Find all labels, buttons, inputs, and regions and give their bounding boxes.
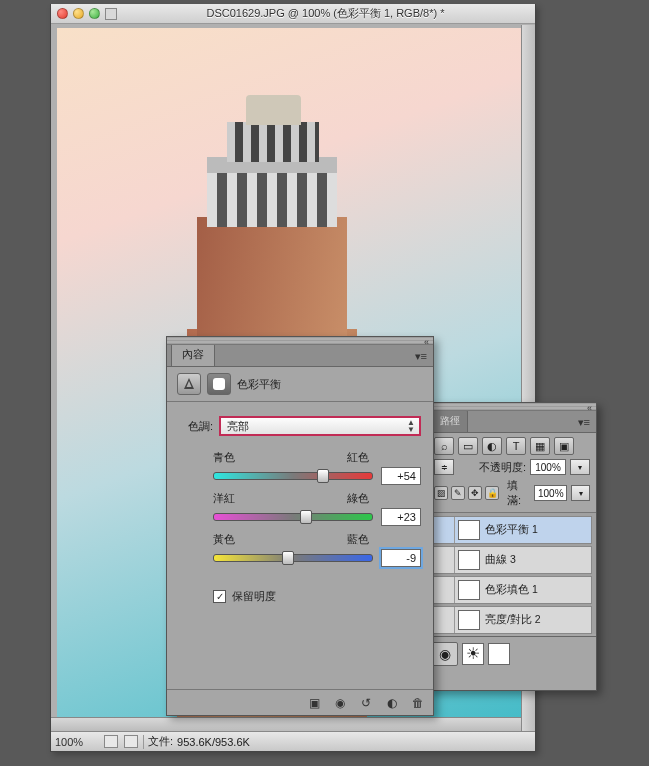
fill-input[interactable]: 100% xyxy=(534,485,567,501)
filter-smart-icon[interactable]: ▣ xyxy=(554,437,574,455)
chevron-updown-icon: ▲▼ xyxy=(407,419,415,433)
layers-tabs: 路徑 ▾≡ xyxy=(428,411,596,433)
slider-value-input[interactable]: +54 xyxy=(381,467,421,485)
lock-transparency-icon[interactable]: ▨ xyxy=(434,486,448,500)
slider-left-label: 洋紅 xyxy=(213,491,235,506)
visibility-toggle[interactable] xyxy=(433,547,455,573)
fill-flyout[interactable]: ▾ xyxy=(571,485,590,501)
layer-thumb[interactable] xyxy=(458,610,480,630)
panel-grip[interactable]: « xyxy=(428,403,596,411)
status-icon-2[interactable] xyxy=(124,735,138,748)
yellow-blue-slider[interactable] xyxy=(213,554,373,562)
view-previous-icon[interactable]: ◉ xyxy=(331,695,349,711)
layer-name[interactable]: 曲線 3 xyxy=(483,553,516,567)
lock-all-icon[interactable]: 🔒 xyxy=(485,486,499,500)
slider-value-input[interactable]: +23 xyxy=(381,508,421,526)
document-title: DSC01629.JPG @ 100% (色彩平衡 1, RGB/8*) * xyxy=(122,6,529,21)
panel-menu-icon[interactable]: ▾≡ xyxy=(572,413,596,432)
mask-icon[interactable] xyxy=(207,373,231,395)
layer-row[interactable]: 亮度/對比 2 xyxy=(432,606,592,634)
zoom-level[interactable]: 100% xyxy=(55,736,99,748)
filter-pixel-icon[interactable]: ▭ xyxy=(458,437,478,455)
clip-to-layer-icon[interactable]: ▣ xyxy=(305,695,323,711)
layer-name[interactable]: 亮度/對比 2 xyxy=(483,613,541,627)
cyan-red-slider[interactable] xyxy=(213,472,373,480)
slider-left-label: 青色 xyxy=(213,450,235,465)
properties-footer: ▣ ◉ ↺ ◐ 🗑 xyxy=(167,689,433,715)
document-proxy-icon[interactable] xyxy=(105,8,117,20)
layer-name[interactable]: 色彩平衡 1 xyxy=(483,523,538,537)
magenta-green-slider[interactable] xyxy=(213,513,373,521)
layer-thumb[interactable] xyxy=(458,580,480,600)
status-icon-1[interactable] xyxy=(104,735,118,748)
window-traffic-lights xyxy=(57,8,100,19)
layer-row[interactable]: 曲線 3 xyxy=(432,546,592,574)
filter-type-icon[interactable]: T xyxy=(506,437,526,455)
adjustment-bar: ◉ ☀ xyxy=(428,636,596,670)
slider-right-label: 紅色 xyxy=(347,450,369,465)
document-titlebar[interactable]: DSC01629.JPG @ 100% (色彩平衡 1, RGB/8*) * xyxy=(51,4,535,24)
tab-paths[interactable]: 路徑 xyxy=(432,409,468,432)
lock-pixels-icon[interactable]: ✎ xyxy=(451,486,465,500)
opacity-label: 不透明度: xyxy=(479,460,526,475)
filter-adjust-icon[interactable]: ◐ xyxy=(482,437,502,455)
slider-value-input[interactable]: -9 xyxy=(381,549,421,567)
tab-properties[interactable]: 內容 xyxy=(171,342,215,366)
status-file-label: 文件: xyxy=(148,734,173,749)
lock-icons: ▨ ✎ ✥ 🔒 xyxy=(434,486,499,500)
visibility-toggle[interactable] xyxy=(433,607,455,633)
filter-kind-icon[interactable]: ⌕ xyxy=(434,437,454,455)
delete-icon[interactable]: 🗑 xyxy=(409,695,427,711)
toggle-visibility-icon[interactable]: ◐ xyxy=(383,695,401,711)
layer-row[interactable]: 色彩填色 1 xyxy=(432,576,592,604)
close-icon[interactable] xyxy=(57,8,68,19)
slider-thumb[interactable] xyxy=(317,469,329,483)
layers-panel: « 路徑 ▾≡ ⌕ ▭ ◐ T ▦ ▣ ≑ 不透明度: 100% ▾ 鎖: ▨ … xyxy=(427,402,597,691)
minimize-icon[interactable] xyxy=(73,8,84,19)
slider-thumb[interactable] xyxy=(300,510,312,524)
layers-list: 色彩平衡 1 曲線 3 色彩填色 1 亮度/對比 2 xyxy=(428,513,596,634)
slider-right-label: 藍色 xyxy=(347,532,369,547)
adjustment-icon[interactable]: ☀ xyxy=(462,643,484,665)
tone-label: 色調: xyxy=(179,419,213,434)
horizontal-scrollbar[interactable] xyxy=(51,717,521,731)
visibility-toggle[interactable] xyxy=(433,577,455,603)
fill-label: 填滿: xyxy=(507,478,530,508)
preserve-luminosity-label: 保留明度 xyxy=(232,589,276,604)
layer-filter-row: ⌕ ▭ ◐ T ▦ ▣ xyxy=(434,437,590,455)
status-file-size: 953.6K/953.6K xyxy=(177,736,250,748)
blend-mode-dropdown[interactable]: ≑ xyxy=(434,459,454,475)
document-statusbar: 100% 文件: 953.6K/953.6K xyxy=(51,731,535,751)
layer-visibility-icon[interactable]: ◉ xyxy=(432,642,458,666)
properties-title: 色彩平衡 xyxy=(237,377,281,392)
layer-thumb[interactable] xyxy=(458,520,480,540)
panel-grip[interactable]: « xyxy=(167,337,433,345)
visibility-toggle[interactable] xyxy=(433,517,455,543)
slider-left-label: 黃色 xyxy=(213,532,235,547)
layer-mask-thumb[interactable] xyxy=(488,643,510,665)
tone-dropdown[interactable]: 亮部 ▲▼ xyxy=(219,416,421,436)
slider-thumb[interactable] xyxy=(282,551,294,565)
layer-name[interactable]: 色彩填色 1 xyxy=(483,583,538,597)
lock-position-icon[interactable]: ✥ xyxy=(468,486,482,500)
layer-thumb[interactable] xyxy=(458,550,480,570)
preserve-luminosity-checkbox[interactable]: ✓ xyxy=(213,590,226,603)
adjustment-type-icon[interactable] xyxy=(177,373,201,395)
opacity-flyout[interactable]: ▾ xyxy=(570,459,590,475)
slider-right-label: 綠色 xyxy=(347,491,369,506)
zoom-icon[interactable] xyxy=(89,8,100,19)
layer-row[interactable]: 色彩平衡 1 xyxy=(432,516,592,544)
opacity-input[interactable]: 100% xyxy=(530,459,566,475)
properties-panel: « 內容 ▾≡ 色彩平衡 色調: 亮部 ▲▼ 青色 紅色 xyxy=(166,336,434,716)
reset-icon[interactable]: ↺ xyxy=(357,695,375,711)
tone-value: 亮部 xyxy=(227,419,249,434)
filter-shape-icon[interactable]: ▦ xyxy=(530,437,550,455)
panel-menu-icon[interactable]: ▾≡ xyxy=(409,347,433,366)
